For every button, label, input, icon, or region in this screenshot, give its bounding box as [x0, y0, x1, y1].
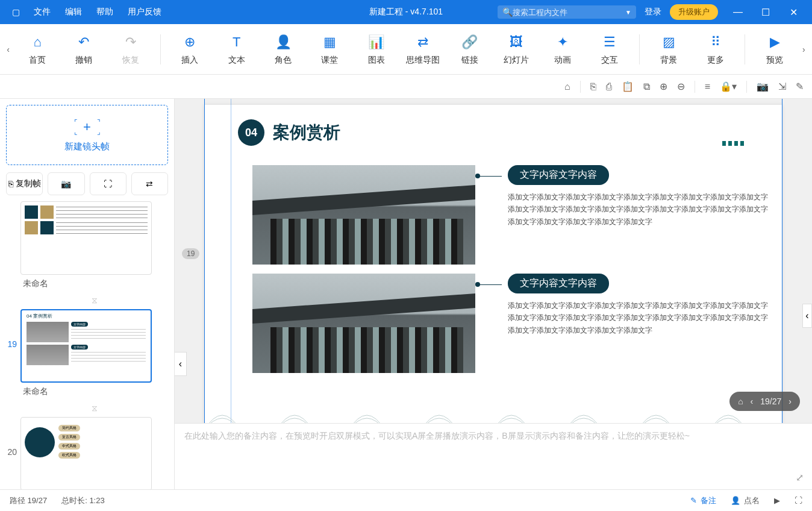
scan-icon: ⛶	[104, 179, 112, 189]
search-icon: 🔍	[502, 7, 513, 17]
person-icon: 👤	[731, 496, 740, 505]
menu-file[interactable]: 文件	[27, 7, 58, 17]
plus-circle-icon: ⊕	[167, 33, 213, 51]
redo-button[interactable]: ↷恢复	[107, 33, 154, 66]
expand-notes-icon[interactable]: ⤢	[796, 472, 804, 483]
nav-home-icon[interactable]: ⌂	[738, 397, 743, 406]
collapse-panel-button[interactable]: ‹	[175, 352, 187, 376]
notes-textarea[interactable]	[184, 431, 778, 479]
page-counter: 19/27	[760, 397, 781, 406]
text-icon: T	[213, 33, 260, 51]
search-dropdown-icon[interactable]: ▼	[625, 9, 631, 16]
minimize-icon[interactable]: —	[724, 7, 752, 17]
role-button[interactable]: 👤角色	[260, 33, 306, 66]
nav-prev-icon[interactable]: ‹	[751, 397, 754, 406]
login-button[interactable]: 登录	[645, 7, 661, 17]
section-title-text: 案例赏析	[273, 121, 340, 144]
slide-canvas[interactable]: 04 案例赏析 文字内容文字内容 添加文字添加文字添加文字添加文字添加文字添加文…	[204, 105, 782, 423]
undo-button[interactable]: ↶撤销	[61, 33, 107, 66]
home-mini-icon[interactable]: ⌂	[564, 81, 570, 92]
mindmap-button[interactable]: ⇄思维导图	[400, 33, 446, 66]
background-icon: ▨	[646, 33, 692, 51]
edit-icon[interactable]: ✎	[796, 81, 804, 92]
play-icon: ▶	[751, 33, 798, 51]
app-logo-icon: ▢	[10, 6, 22, 18]
export-icon[interactable]: ⇲	[778, 81, 786, 92]
toolbar-scroll-left-icon[interactable]: ‹	[2, 45, 14, 54]
chart-button[interactable]: 📊图表	[353, 33, 399, 66]
content-heading: 文字内容文字内容	[508, 165, 609, 185]
person-icon: 👤	[260, 33, 306, 51]
slide-thumbnail[interactable]: 20 简约风格复古风格中式风格欧式风格	[6, 417, 168, 489]
section-number: 04	[238, 119, 264, 146]
scan-button[interactable]: ⛶	[90, 172, 126, 195]
present-button[interactable]: ▶	[774, 496, 780, 505]
more-button[interactable]: ⠿更多	[692, 33, 739, 66]
path-icon: ⇄	[146, 179, 153, 189]
slide-section-title: 04 案例赏析	[238, 119, 340, 146]
content-block: 文字内容文字内容 添加文字添加文字添加文字添加文字添加文字添加文字添加文字添加文…	[252, 165, 773, 265]
accent-decoration	[722, 141, 746, 146]
notes-icon: ✎	[690, 496, 697, 505]
background-button[interactable]: ▨背景	[646, 33, 692, 66]
search-input[interactable]	[513, 8, 621, 17]
lock-icon[interactable]: 🔒▾	[720, 81, 737, 92]
redo-icon: ↷	[107, 33, 154, 51]
chart-icon: 📊	[353, 33, 399, 51]
maximize-icon[interactable]: ☐	[752, 7, 779, 18]
search-box[interactable]: 🔍 ▼	[498, 5, 636, 19]
home-button[interactable]: ⌂首页	[14, 33, 60, 66]
zoom-in-icon[interactable]: ⊕	[660, 81, 667, 92]
slideshow-icon: 🖼	[493, 33, 539, 51]
camera-icon: 📷	[61, 179, 71, 189]
clipboard-icon[interactable]: 📋	[622, 81, 634, 92]
wave-decoration	[204, 388, 782, 423]
copy-icon[interactable]: ⎘	[590, 81, 596, 92]
path-button[interactable]: ⇄	[131, 172, 168, 195]
link-button[interactable]: 🔗链接	[446, 33, 493, 66]
slideshow-button[interactable]: 🖼幻灯片	[493, 33, 539, 66]
interact-button[interactable]: ☰交互	[586, 33, 632, 66]
path-indicator: 路径 19/27	[10, 495, 47, 506]
zoom-out-icon[interactable]: ⊖	[677, 81, 685, 92]
animation-button[interactable]: ✦动画	[540, 33, 586, 66]
content-heading: 文字内容文字内容	[508, 274, 609, 293]
content-image	[252, 274, 475, 373]
naming-button[interactable]: 👤点名	[731, 495, 760, 506]
menu-help[interactable]: 帮助	[89, 7, 120, 17]
content-body: 添加文字添加文字添加文字添加文字添加文字添加文字添加文字添加文字添加文字添加文字…	[508, 191, 773, 228]
menu-feedback[interactable]: 用户反馈	[120, 7, 169, 17]
document-title: 新建工程 - v4.7.101	[369, 7, 443, 17]
slide-thumbnail[interactable]: 未命名	[6, 201, 168, 290]
class-button[interactable]: ▦课堂	[307, 33, 353, 66]
notes-toggle-button[interactable]: ✎备注	[690, 495, 716, 506]
snapshot-button[interactable]: 📷	[48, 172, 84, 195]
slide-thumbnail[interactable]: 19 04 案例赏析 文字内容 文字内容 未命名	[6, 309, 168, 398]
copy-frame-button[interactable]: ⎘复制帧	[6, 172, 43, 195]
insert-button[interactable]: ⊕插入	[167, 33, 213, 66]
toolbar-scroll-right-icon[interactable]: ›	[798, 45, 810, 54]
classroom-icon: ▦	[307, 33, 353, 51]
menu-edit[interactable]: 编辑	[58, 7, 89, 17]
duplicate-icon[interactable]: ⧉	[643, 81, 650, 92]
slide-number-badge: 19	[182, 248, 199, 259]
fullscreen-button[interactable]: ⛶	[795, 496, 802, 505]
new-frame-label: 新建镜头帧	[64, 141, 110, 152]
camera-icon[interactable]: 📷	[757, 81, 769, 92]
nav-next-icon[interactable]: ›	[789, 397, 792, 406]
right-panel-toggle[interactable]: ‹	[802, 304, 812, 328]
preview-button[interactable]: ▶预览	[751, 33, 798, 66]
close-icon[interactable]: ✕	[779, 7, 807, 18]
upgrade-button[interactable]: 升级账户	[670, 4, 718, 20]
text-button[interactable]: T文本	[213, 33, 260, 66]
transition-icon[interactable]: ⧖	[20, 403, 168, 413]
status-bar: 路径 19/27 总时长: 1:23 ✎备注 👤点名 ▶ ⛶	[0, 489, 812, 511]
paste-icon[interactable]: ⎙	[606, 81, 612, 92]
transition-icon[interactable]: ⧖	[20, 295, 168, 306]
content-body: 添加文字添加文字添加文字添加文字添加文字添加文字添加文字添加文字添加文字添加文字…	[508, 299, 773, 336]
copy-icon: ⎘	[8, 179, 13, 189]
align-icon[interactable]: ≡	[705, 81, 710, 92]
new-frame-button[interactable]: ⌜⌝ ⌞⌟ + 新建镜头帧	[6, 105, 168, 165]
plus-icon: +	[83, 119, 91, 135]
content-block: 文字内容文字内容 添加文字添加文字添加文字添加文字添加文字添加文字添加文字添加文…	[252, 274, 773, 373]
